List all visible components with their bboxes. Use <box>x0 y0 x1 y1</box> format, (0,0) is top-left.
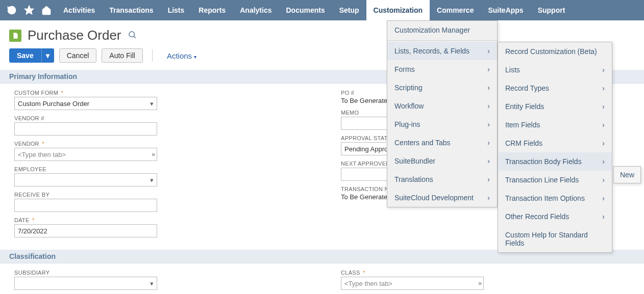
star-icon[interactable] <box>21 3 37 18</box>
field-receive-by: RECEIVE BY <box>14 192 312 212</box>
autofill-button[interactable]: Auto Fill <box>102 48 143 63</box>
menu-item-label: Item Fields <box>505 121 540 129</box>
nav-analytics[interactable]: Analytics <box>233 0 279 20</box>
menu-item-label: Scripting <box>394 84 422 92</box>
svg-line-2 <box>134 36 135 38</box>
menu-lists[interactable]: Lists › <box>498 61 612 79</box>
menu-customization-manager[interactable]: Customization Manager <box>387 21 497 39</box>
menu-translations[interactable]: Translations › <box>387 170 497 189</box>
chevron-right-icon: › <box>487 84 490 92</box>
nav-transactions[interactable]: Transactions <box>102 0 160 20</box>
menu-transaction-item-options[interactable]: Transaction Item Options › <box>498 189 612 207</box>
svg-point-1 <box>129 32 135 37</box>
menu-record-customization-beta[interactable]: Record Customization (Beta) <box>498 42 612 61</box>
menu-workflow[interactable]: Workflow › <box>387 97 497 115</box>
class-select[interactable]: <Type then tab> » <box>341 277 484 290</box>
double-chevron-icon: » <box>478 280 480 287</box>
nav-suiteapps[interactable]: SuiteApps <box>481 0 530 20</box>
custom-form-select[interactable]: Custom Purchase Order ▾ <box>14 97 157 110</box>
menu-item-label: SuiteBundler <box>394 157 435 165</box>
home-icon[interactable] <box>39 3 54 18</box>
caret-down-icon: ▾ <box>194 54 196 60</box>
chevron-right-icon: › <box>487 102 490 110</box>
field-label: SUBSIDIARY <box>14 270 312 276</box>
actions-menu[interactable]: Actions ▾ <box>162 51 196 60</box>
menu-suitebundler[interactable]: SuiteBundler › <box>387 152 497 170</box>
receive-by-input[interactable] <box>14 199 157 212</box>
chevron-right-icon: › <box>602 176 605 184</box>
date-input[interactable] <box>14 224 157 237</box>
classification-left-column: SUBSIDIARY ▾ DEPARTMENT * <box>0 270 327 294</box>
menu-scripting[interactable]: Scripting › <box>387 78 497 97</box>
search-icon[interactable] <box>128 30 137 41</box>
menu-item-label: Translations <box>394 175 433 183</box>
employee-select[interactable]: ▾ <box>14 173 157 186</box>
nav-reports[interactable]: Reports <box>191 0 233 20</box>
chevron-right-icon: › <box>487 120 490 128</box>
chevron-right-icon: › <box>602 212 605 221</box>
select-placeholder: <Type then tab> <box>344 280 392 287</box>
chevron-right-icon: › <box>602 121 605 129</box>
save-button[interactable]: Save <box>9 48 41 63</box>
nav-commerce[interactable]: Commerce <box>430 0 481 20</box>
field-label: VENDOR * <box>14 141 312 147</box>
required-indicator: * <box>59 90 63 96</box>
nav-lists[interactable]: Lists <box>161 0 192 20</box>
record-type-icon <box>9 30 21 42</box>
classification-body: SUBSIDIARY ▾ DEPARTMENT * CLASS * <Type … <box>0 263 644 294</box>
menu-item-label: Customization Manager <box>394 26 470 34</box>
nav-setup[interactable]: Setup <box>332 0 366 20</box>
menu-other-record-fields[interactable]: Other Record Fields › <box>498 207 612 226</box>
chevron-right-icon: › <box>602 139 605 147</box>
chevron-right-icon: › <box>602 66 605 74</box>
field-date: DATE * <box>14 217 312 237</box>
primary-left-column: CUSTOM FORM * Custom Purchase Order ▾ VE… <box>0 90 327 243</box>
menu-centers-tabs[interactable]: Centers and Tabs › <box>387 133 497 152</box>
menu-item-label: Custom Help for Standard Fields <box>505 231 605 247</box>
menu-item-label: Forms <box>394 65 415 73</box>
chevron-down-icon: ▾ <box>150 100 154 108</box>
menu-crm-fields[interactable]: CRM Fields › <box>498 134 612 152</box>
menu-transaction-body-fields[interactable]: Transaction Body Fields › <box>498 152 612 171</box>
vendor-select[interactable]: <Type then tab> » <box>14 148 157 161</box>
menu-item-label: Record Customization (Beta) <box>505 47 597 56</box>
required-indicator: * <box>40 141 44 147</box>
menu-item-fields[interactable]: Item Fields › <box>498 116 612 134</box>
customization-menu: Customization Manager Lists, Records, & … <box>387 20 498 207</box>
menu-plugins[interactable]: Plug-ins › <box>387 115 497 133</box>
field-label: RECEIVE BY <box>14 192 312 198</box>
menu-item-label: Transaction Item Options <box>505 194 585 202</box>
field-label: EMPLOYEE <box>14 166 312 172</box>
field-class: CLASS * <Type then tab> » <box>341 270 630 290</box>
menu-forms[interactable]: Forms › <box>387 60 497 78</box>
save-dropdown[interactable]: ▾ <box>41 48 54 63</box>
nav-documents[interactable]: Documents <box>279 0 332 20</box>
cancel-button[interactable]: Cancel <box>59 48 97 63</box>
chevron-down-icon: ▾ <box>150 280 154 287</box>
menu-item-label: Workflow <box>394 102 424 110</box>
chevron-right-icon: › <box>487 157 490 165</box>
subsidiary-select[interactable]: ▾ <box>14 277 157 290</box>
field-label: CLASS * <box>341 270 630 276</box>
nav-support[interactable]: Support <box>531 0 573 20</box>
menu-item-label: Lists, Records, & Fields <box>394 47 469 55</box>
chevron-right-icon: › <box>602 84 605 92</box>
menu-entity-fields[interactable]: Entity Fields › <box>498 97 612 116</box>
menu-item-label: Record Types <box>505 84 549 92</box>
vendor-num-input[interactable] <box>14 122 157 136</box>
field-label: CUSTOM FORM * <box>14 90 312 96</box>
menu-transaction-line-fields[interactable]: Transaction Line Fields › <box>498 171 612 189</box>
nav-customization[interactable]: Customization <box>366 0 430 20</box>
menu-suitecloud-dev[interactable]: SuiteCloud Development › <box>387 189 497 207</box>
menu-custom-help-standard-fields[interactable]: Custom Help for Standard Fields <box>498 226 612 252</box>
flyout-new[interactable]: New <box>613 166 641 183</box>
menu-lists-records-fields[interactable]: Lists, Records, & Fields › <box>387 42 497 60</box>
menu-record-types[interactable]: Record Types › <box>498 79 612 97</box>
menu-item-label: Centers and Tabs <box>394 139 450 147</box>
chevron-right-icon: › <box>487 194 490 202</box>
chevron-right-icon: › <box>602 194 605 202</box>
history-icon[interactable] <box>4 3 19 18</box>
nav-activities[interactable]: Activities <box>56 0 102 20</box>
chevron-right-icon: › <box>602 157 605 166</box>
divider <box>152 49 153 62</box>
